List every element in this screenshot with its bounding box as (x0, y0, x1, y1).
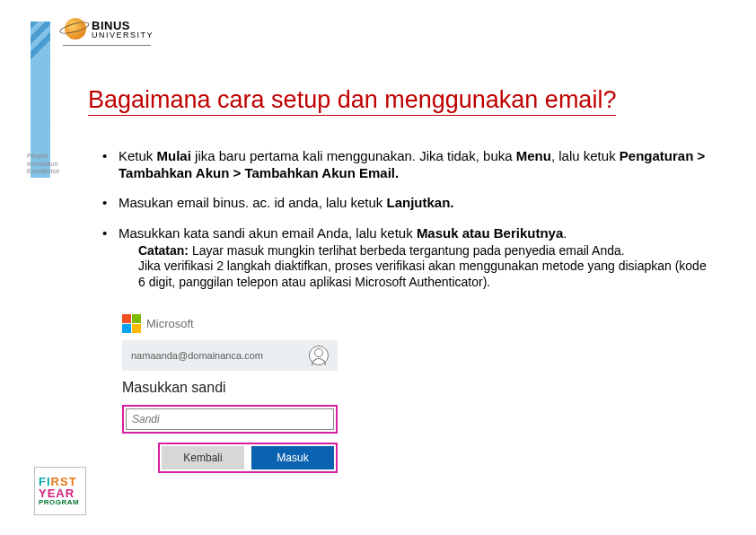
brand-subtitle: UNIVERSITY (92, 31, 154, 39)
brand-logo: BINUS UNIVERSITY (65, 18, 154, 39)
signin-button[interactable]: Masuk (251, 446, 334, 469)
note-line-1: Layar masuk mungkin terlihat berbeda ter… (189, 243, 625, 258)
password-field-highlight (122, 405, 338, 434)
bold-mulai: Mulai (157, 148, 191, 163)
badge-row-3: PROGRAM (39, 499, 82, 506)
page-title: Bagaimana cara setup dan menggunakan ema… (88, 86, 616, 116)
back-button[interactable]: Kembali (162, 446, 244, 469)
microsoft-flag-icon (122, 314, 141, 333)
bold-lanjutkan: Lanjutkan. (387, 195, 454, 210)
bold-masuk: Masuk atau Berikutnya (417, 225, 563, 241)
note-block: Catatan: Layar masuk mungkin terlihat be… (138, 243, 713, 291)
left-decorative-stripe: People Innovation Excellence (0, 0, 52, 535)
globe-icon (65, 18, 86, 39)
text: , lalu ketuk (551, 148, 620, 163)
bullet-3: Masukkan kata sandi akun email Anda, lal… (102, 224, 713, 291)
content-body: Ketuk Mulai jika baru pertama kali mengg… (102, 147, 713, 303)
stripe-caption: People Innovation Excellence (27, 153, 67, 176)
bullet-2: Masukan email binus. ac. id anda, lalu k… (102, 194, 713, 211)
password-prompt: Masukkan sandi (122, 380, 338, 396)
account-email: namaanda@domainanca.com (131, 350, 263, 361)
text: Masukkan kata sandi akun email Anda, lal… (119, 225, 417, 241)
first-year-program-badge: FIRST YEAR PROGRAM (34, 467, 86, 515)
note-line-2: Jika verifikasi 2 langkah diaktifkan, pr… (138, 259, 707, 289)
ms-logo-row: Microsoft (122, 314, 338, 333)
account-pill: namaanda@domainanca.com (122, 340, 338, 371)
password-input[interactable] (126, 408, 334, 430)
text: jika baru pertama kali menggunakan. Jika… (191, 148, 516, 163)
button-row-highlight: Kembali Masuk (158, 443, 338, 473)
avatar-icon (309, 346, 329, 365)
text: Ketuk (119, 148, 157, 163)
bold-menu: Menu (516, 148, 551, 163)
text: Masukan email binus. ac. id anda, lalu k… (119, 195, 387, 210)
ms-brand-text: Microsoft (146, 317, 194, 330)
bullet-1: Ketuk Mulai jika baru pertama kali mengg… (102, 147, 713, 181)
note-label: Catatan: (138, 243, 189, 258)
text: . (563, 225, 567, 241)
microsoft-signin-screenshot: Microsoft namaanda@domainanca.com Masukk… (122, 314, 338, 473)
logo-divider (63, 45, 151, 46)
